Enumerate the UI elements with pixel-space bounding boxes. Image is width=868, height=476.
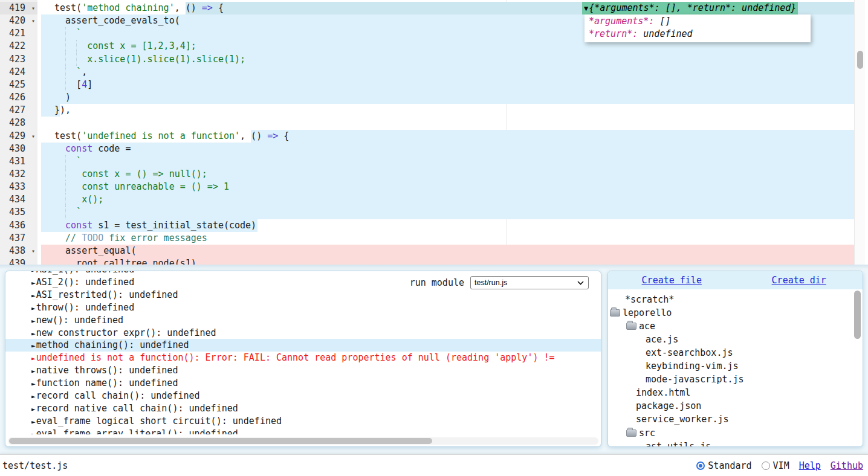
- gutter-line-437[interactable]: 437: [0, 232, 37, 245]
- editor-line-433[interactable]: const unreachable = () => 1: [37, 181, 854, 193]
- gutter-line-435[interactable]: 435: [0, 206, 37, 219]
- expand-triangle-icon[interactable]: ►: [31, 342, 36, 350]
- code-editor[interactable]: 419▾420▾421422423424425426427428429▾4304…: [0, 0, 868, 265]
- tree-item-ace-js[interactable]: ace.js: [646, 333, 678, 346]
- fold-toggle-icon[interactable]: ▾: [31, 14, 35, 27]
- tree-item-src[interactable]: src: [626, 426, 655, 440]
- expand-triangle-icon[interactable]: ►: [31, 380, 36, 388]
- gutter-line-419[interactable]: 419▾: [0, 2, 37, 14]
- github-link[interactable]: Github: [831, 460, 863, 471]
- help-link[interactable]: Help: [799, 460, 821, 471]
- keybinding-standard-option[interactable]: Standard: [696, 460, 751, 471]
- test-result-item[interactable]: ►new constructor expr(): undefined: [5, 327, 601, 339]
- gutter-line-433[interactable]: 433: [0, 181, 37, 193]
- editor-line-437[interactable]: // TODO fix error messages: [37, 232, 854, 245]
- radio-unselected-icon[interactable]: [762, 462, 770, 470]
- keybinding-vim-option[interactable]: VIM: [762, 460, 789, 471]
- expand-triangle-icon[interactable]: ►: [31, 405, 36, 413]
- editor-line-424[interactable]: `,: [37, 66, 854, 79]
- expand-triangle-icon[interactable]: ►: [31, 271, 36, 274]
- expand-triangle-icon[interactable]: ►: [31, 279, 36, 287]
- editor-line-431[interactable]: `: [37, 155, 854, 168]
- editor-vertical-scrollbar[interactable]: [854, 0, 865, 265]
- tree-item-mode-javascript-js[interactable]: mode-javascript.js: [646, 373, 744, 386]
- expand-triangle-icon[interactable]: ►: [31, 418, 36, 426]
- scrollbar-thumb[interactable]: [854, 291, 861, 339]
- test-result-item[interactable]: ►undefined is not a function(): Error: F…: [5, 352, 601, 364]
- gutter-line-429[interactable]: 429▾: [0, 130, 37, 143]
- expand-triangle-icon[interactable]: ►: [31, 317, 36, 325]
- create-file-link[interactable]: Create file: [642, 275, 702, 286]
- tree-item-service-worker-js[interactable]: service_worker.js: [636, 413, 729, 426]
- test-result-item[interactable]: ►throw(): undefined: [5, 301, 601, 314]
- gutter-line-430[interactable]: 430: [0, 143, 37, 155]
- test-result-item[interactable]: ►method chaining(): undefined: [5, 339, 601, 352]
- editor-line-423[interactable]: x.slice(1).slice(1).slice(1);: [37, 53, 854, 66]
- tree-item-ext-searchbox-js[interactable]: ext-searchbox.js: [646, 346, 733, 359]
- expand-triangle-icon[interactable]: ►: [31, 367, 36, 375]
- expand-triangle-icon[interactable]: ►: [31, 355, 36, 362]
- gutter-line-424[interactable]: 424: [0, 66, 37, 79]
- expand-triangle-icon[interactable]: ►: [31, 330, 36, 338]
- gutter-line-423[interactable]: 423: [0, 53, 37, 66]
- editor-line-435[interactable]: `: [37, 206, 854, 219]
- editor-line-427[interactable]: }),: [37, 104, 854, 117]
- console-horizontal-scrollbar[interactable]: [8, 437, 598, 445]
- scrollbar-thumb[interactable]: [9, 438, 432, 444]
- fold-toggle-icon[interactable]: ▾: [31, 130, 35, 143]
- editor-line-426[interactable]: ): [37, 91, 854, 104]
- tooltip-header[interactable]: ▼{*arguments*: [], *return*: undefined}: [582, 2, 798, 14]
- fold-toggle-icon[interactable]: ▾: [31, 2, 35, 14]
- test-result-item[interactable]: ►record native call chain(): undefined: [5, 402, 601, 415]
- gutter-line-420[interactable]: 420▾: [0, 14, 37, 27]
- run-module-select[interactable]: test/run.js: [470, 276, 589, 289]
- tree-item--scratch-[interactable]: *scratch*: [625, 293, 674, 306]
- gutter-line-428[interactable]: 428: [0, 117, 37, 129]
- test-result-item[interactable]: ►native throws(): undefined: [5, 364, 601, 377]
- file-tree[interactable]: *scratch*leporelloaceace.jsext-searchbox…: [608, 289, 863, 446]
- test-result-item[interactable]: ►new(): undefined: [5, 314, 601, 327]
- gutter-line-432[interactable]: 432: [0, 168, 37, 181]
- gutter-line-426[interactable]: 426: [0, 91, 37, 104]
- gutter-line-439[interactable]: 439: [0, 257, 37, 265]
- editor-line-429[interactable]: test('undefined is not a function', () =…: [37, 130, 854, 143]
- gutter-line-421[interactable]: 421: [0, 27, 37, 40]
- editor-line-425[interactable]: [4]: [37, 79, 854, 91]
- radio-selected-icon[interactable]: [696, 462, 705, 470]
- expand-triangle-icon[interactable]: ►: [31, 431, 36, 434]
- gutter-line-425[interactable]: 425: [0, 79, 37, 91]
- gutter-line-427[interactable]: 427: [0, 104, 37, 117]
- collapse-triangle-icon[interactable]: ▼: [584, 4, 588, 13]
- scrollbar-thumb[interactable]: [857, 51, 863, 69]
- expand-triangle-icon[interactable]: ►: [31, 292, 36, 300]
- test-result-item[interactable]: ►eval_frame array_literal(): undefined: [5, 428, 601, 434]
- editor-line-430[interactable]: const code =: [37, 143, 854, 155]
- test-result-item[interactable]: ►ASI_1(): undefined: [5, 271, 601, 276]
- tree-item-package-json[interactable]: package.json: [636, 399, 701, 413]
- gutter-line-436[interactable]: 436: [0, 219, 37, 232]
- fold-toggle-icon[interactable]: ▾: [31, 245, 35, 257]
- tree-item-keybinding-vim-js[interactable]: keybinding-vim.js: [646, 359, 739, 373]
- test-result-item[interactable]: ►eval_frame logical short circuit(): und…: [5, 415, 601, 428]
- test-result-item[interactable]: ►ASI_restrited(): undefined: [5, 289, 601, 301]
- gutter-line-422[interactable]: 422: [0, 40, 37, 53]
- tree-item-ast-utils-js[interactable]: ast_utils.js: [646, 440, 711, 446]
- editor-line-439[interactable]: root_calltree_node(s1): [37, 257, 854, 265]
- tree-item-ace[interactable]: ace: [626, 320, 655, 333]
- test-results-list[interactable]: ►ASI_1(): undefined►ASI_2(): undefined►A…: [5, 271, 601, 434]
- expand-triangle-icon[interactable]: ►: [31, 304, 36, 312]
- expand-triangle-icon[interactable]: ►: [31, 393, 36, 400]
- gutter-line-438[interactable]: 438▾: [0, 245, 37, 257]
- test-result-item[interactable]: ►record call chain(): undefined: [5, 390, 601, 402]
- editor-line-432[interactable]: const x = () => null();: [37, 168, 854, 181]
- gutter-line-431[interactable]: 431: [0, 155, 37, 168]
- editor-line-436[interactable]: const s1 = test_initial_state(code): [37, 219, 854, 232]
- files-vertical-scrollbar[interactable]: [854, 291, 861, 445]
- editor-line-434[interactable]: x();: [37, 193, 854, 206]
- tree-item-leporello[interactable]: leporello: [610, 306, 672, 320]
- gutter-line-434[interactable]: 434: [0, 193, 37, 206]
- create-dir-link[interactable]: Create dir: [772, 275, 826, 286]
- test-result-item[interactable]: ►function name(): undefined: [5, 377, 601, 390]
- editor-line-428[interactable]: [37, 117, 854, 129]
- editor-line-438[interactable]: assert_equal(: [37, 245, 854, 257]
